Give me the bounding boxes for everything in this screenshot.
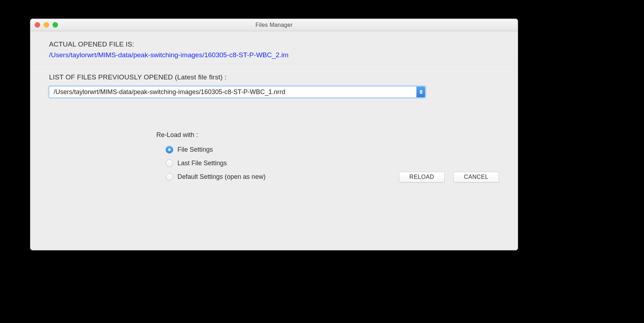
radio-icon bbox=[166, 173, 173, 181]
action-buttons: RELOAD CANCEL bbox=[399, 172, 499, 185]
opened-file-heading: ACTUAL OPENED FILE IS: bbox=[49, 40, 499, 48]
radio-label: Default Settings (open as new) bbox=[177, 173, 265, 181]
opened-file-path[interactable]: /Users/taylorwrt/MIMS-data/peak-switchin… bbox=[49, 51, 288, 59]
radio-icon bbox=[166, 146, 173, 153]
previous-files-combobox[interactable]: /Users/taylorwrt/MIMS-data/peak-switchin… bbox=[49, 86, 425, 98]
content: ACTUAL OPENED FILE IS: /Users/taylorwrt/… bbox=[30, 31, 518, 195]
radio-icon bbox=[166, 160, 173, 167]
radio-option-file-settings[interactable]: File Settings bbox=[166, 144, 265, 155]
close-window-button[interactable] bbox=[35, 22, 40, 28]
cancel-button[interactable]: CANCEL bbox=[453, 172, 499, 182]
radio-label: File Settings bbox=[177, 146, 213, 153]
radio-option-default-settings[interactable]: Default Settings (open as new) bbox=[166, 171, 265, 182]
window-title: Files Manager bbox=[255, 22, 293, 28]
combobox-stepper[interactable] bbox=[416, 87, 425, 97]
radio-label: Last File Settings bbox=[177, 160, 227, 167]
minimize-window-button[interactable] bbox=[44, 22, 49, 28]
maximize-window-button[interactable] bbox=[53, 22, 58, 28]
reload-group-label: Re-Load with : bbox=[156, 131, 265, 139]
chevron-down-icon bbox=[419, 92, 423, 94]
files-manager-window: Files Manager ACTUAL OPENED FILE IS: /Us… bbox=[30, 19, 518, 250]
radio-option-last-file-settings[interactable]: Last File Settings bbox=[166, 157, 265, 169]
previous-files-selected: /Users/taylorwrt/MIMS-data/peak-switchin… bbox=[49, 88, 416, 96]
previous-files-section: LIST OF FILES PREVIOUSLY OPENED (Latest … bbox=[30, 65, 518, 103]
titlebar[interactable]: Files Manager bbox=[30, 19, 518, 31]
reload-section: Re-Load with : File Settings Last File S… bbox=[30, 103, 518, 188]
window-controls bbox=[35, 22, 58, 28]
reload-button[interactable]: RELOAD bbox=[399, 172, 445, 182]
reload-options-group: Re-Load with : File Settings Last File S… bbox=[156, 131, 265, 185]
chevron-up-icon bbox=[419, 90, 423, 92]
opened-file-section: ACTUAL OPENED FILE IS: /Users/taylorwrt/… bbox=[30, 32, 518, 64]
previous-files-heading: LIST OF FILES PREVIOUSLY OPENED (Latest … bbox=[49, 73, 499, 81]
